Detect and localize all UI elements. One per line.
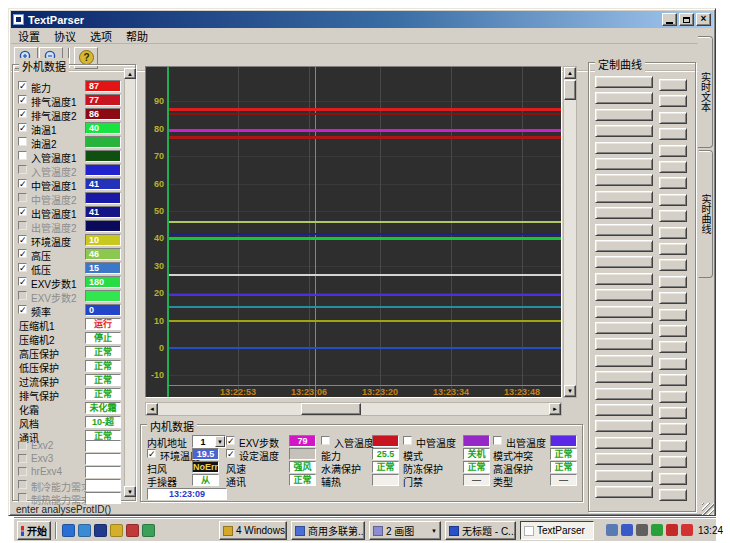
chart-vscroll-thumb[interactable]: [564, 80, 576, 100]
expand-arrow-icon[interactable]: [636, 524, 648, 536]
series-checkbox-1[interactable]: [18, 95, 27, 104]
indoor-address-dropdown[interactable]: 1▼: [192, 435, 226, 448]
close-button[interactable]: ×: [696, 13, 711, 26]
curve-slot-button-2[interactable]: [595, 109, 653, 121]
series-checkbox-8[interactable]: [18, 193, 27, 202]
chevron-down-icon[interactable]: ▼: [215, 436, 225, 447]
curve-slot-button-9[interactable]: [595, 224, 653, 236]
series-checkbox-11[interactable]: [18, 235, 27, 244]
menu-item-0[interactable]: 设置: [11, 27, 47, 45]
tab-realtime-curve[interactable]: 实时曲线: [698, 150, 713, 278]
curve-option-button-10[interactable]: [659, 243, 687, 255]
curve-option-button-18[interactable]: [659, 374, 687, 386]
curve-slot-button-21[interactable]: [595, 420, 653, 432]
curve-option-button-13[interactable]: [659, 292, 687, 304]
curve-slot-button-13[interactable]: [595, 289, 653, 301]
start-button[interactable]: 开始: [17, 521, 51, 540]
curve-slot-button-6[interactable]: [595, 174, 653, 186]
curve-option-button-2[interactable]: [659, 112, 687, 124]
chart-icon[interactable]: [651, 524, 663, 536]
curve-option-button-12[interactable]: [659, 276, 687, 288]
curve-slot-button-4[interactable]: [595, 142, 653, 154]
restore-button[interactable]: [679, 13, 694, 26]
menu-item-1[interactable]: 协议: [47, 27, 83, 45]
chart-horizontal-scrollbar[interactable]: ◄►: [145, 402, 562, 416]
taskbar-button-4[interactable]: TextParser: [520, 521, 594, 540]
curve-slot-button-11[interactable]: [595, 256, 653, 268]
extra-checkbox-3[interactable]: [18, 480, 27, 489]
curve-slot-button-10[interactable]: [595, 240, 653, 252]
curve-option-button-6[interactable]: [659, 177, 687, 189]
curve-slot-button-14[interactable]: [595, 306, 653, 318]
series-checkbox-7[interactable]: [18, 179, 27, 188]
curve-slot-button-1[interactable]: [595, 92, 653, 104]
volume-icon[interactable]: [621, 524, 633, 536]
ie-icon[interactable]: [62, 524, 75, 537]
power-icon[interactable]: [681, 524, 693, 536]
minimize-button[interactable]: [662, 13, 677, 26]
curve-slot-button-15[interactable]: [595, 322, 653, 334]
curve-option-button-21[interactable]: [659, 423, 687, 435]
chart-scroll-left-icon[interactable]: ◄: [146, 403, 158, 415]
resize-grip[interactable]: [702, 503, 714, 515]
title-bar[interactable]: TextParser ×: [11, 11, 713, 28]
series-checkbox-15[interactable]: [18, 291, 27, 300]
curve-option-button-9[interactable]: [659, 227, 687, 239]
curve-slot-button-19[interactable]: [595, 388, 653, 400]
curve-option-button-22[interactable]: [659, 440, 687, 452]
series-checkbox-10[interactable]: [18, 221, 27, 230]
notes-icon[interactable]: [110, 524, 123, 537]
taskbar-button-3[interactable]: 无标题 - C...: [445, 521, 516, 540]
indoor-checkbox-4-0[interactable]: [493, 436, 502, 445]
indoor-checkbox-1-0[interactable]: [226, 436, 235, 445]
curve-slot-button-0[interactable]: [595, 76, 653, 88]
curve-option-button-7[interactable]: [659, 194, 687, 206]
indoor-checkbox-2-0[interactable]: [321, 436, 330, 445]
curve-option-button-4[interactable]: [659, 145, 687, 157]
curve-slot-button-22[interactable]: [595, 437, 653, 449]
curve-slot-button-24[interactable]: [595, 470, 653, 482]
curve-slot-button-17[interactable]: [595, 355, 653, 367]
curve-option-button-14[interactable]: [659, 309, 687, 321]
curve-option-button-25[interactable]: [659, 489, 687, 501]
taskbar-group-chevron-icon[interactable]: ▼: [431, 528, 437, 534]
curve-option-button-0[interactable]: [659, 79, 687, 91]
menu-item-2[interactable]: 选项: [83, 27, 119, 45]
indoor-checkbox-1-1[interactable]: [226, 449, 235, 458]
indoor-checkbox-3-0[interactable]: [403, 436, 412, 445]
curve-slot-button-16[interactable]: [595, 338, 653, 350]
curve-slot-button-12[interactable]: [595, 273, 653, 285]
extra-checkbox-2[interactable]: [18, 467, 27, 476]
curve-option-button-1[interactable]: [659, 95, 687, 107]
curve-option-button-16[interactable]: [659, 341, 687, 353]
chart-hscroll-thumb[interactable]: [301, 403, 361, 415]
extra-checkbox-4[interactable]: [18, 493, 27, 502]
series-checkbox-6[interactable]: [18, 165, 27, 174]
curve-option-button-20[interactable]: [659, 407, 687, 419]
curve-option-button-11[interactable]: [659, 259, 687, 271]
series-checkbox-12[interactable]: [18, 249, 27, 258]
mail-icon[interactable]: [142, 524, 155, 537]
menu-item-3[interactable]: 帮助: [119, 27, 155, 45]
taskbar-button-0[interactable]: 4 Windows...▼: [219, 521, 287, 540]
update-icon[interactable]: [666, 524, 678, 536]
browser-icon[interactable]: [78, 524, 91, 537]
extra-checkbox-0[interactable]: [18, 441, 27, 450]
curve-slot-button-18[interactable]: [595, 371, 653, 383]
curve-slot-button-7[interactable]: [595, 191, 653, 203]
series-checkbox-5[interactable]: [18, 151, 27, 160]
indoor-checkbox-0-1[interactable]: [147, 449, 156, 458]
curve-option-button-23[interactable]: [659, 456, 687, 468]
curve-option-button-24[interactable]: [659, 473, 687, 485]
series-checkbox-3[interactable]: [18, 123, 27, 132]
curve-slot-button-23[interactable]: [595, 453, 653, 465]
sidebar-scroll-down-icon[interactable]: ▼: [124, 486, 136, 497]
chart-scroll-right-icon[interactable]: ►: [549, 403, 561, 415]
printer-icon[interactable]: [606, 524, 618, 536]
taskbar-button-2[interactable]: 2 画图▼: [369, 521, 441, 540]
extra-checkbox-1[interactable]: [18, 454, 27, 463]
curve-option-button-3[interactable]: [659, 128, 687, 140]
series-checkbox-13[interactable]: [18, 263, 27, 272]
curve-slot-button-20[interactable]: [595, 404, 653, 416]
chart-scroll-up-icon[interactable]: ▲: [564, 67, 576, 79]
